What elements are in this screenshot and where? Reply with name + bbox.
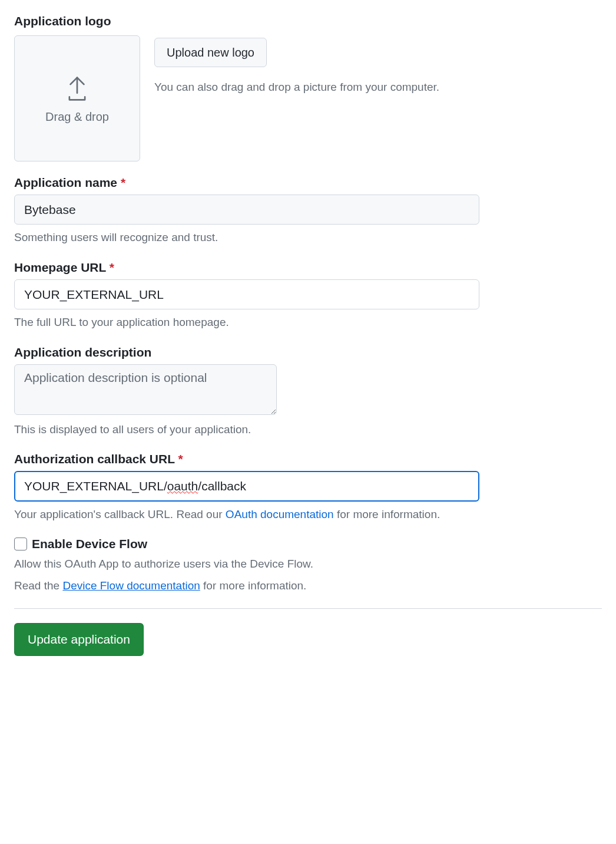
logo-help-text: You can also drag and drop a picture fro… [154, 79, 439, 96]
device-flow-checkbox-row: Enable Device Flow [14, 537, 602, 551]
application-name-input[interactable] [14, 194, 479, 225]
application-description-label: Application description [14, 345, 602, 360]
homepage-url-group: Homepage URL * The full URL to your appl… [14, 261, 602, 331]
upload-icon [65, 74, 89, 101]
application-name-group: Application name * Something users will … [14, 176, 602, 246]
application-logo-section: Application logo Drag & drop Upload new … [14, 14, 602, 161]
drop-zone-text: Drag & drop [45, 110, 109, 124]
upload-logo-button[interactable]: Upload new logo [154, 38, 267, 67]
callback-help-after: for more information. [334, 508, 441, 520]
homepage-url-help: The full URL to your application homepag… [14, 314, 602, 331]
application-description-help: This is displayed to all users of your a… [14, 421, 602, 439]
application-logo-label: Application logo [14, 14, 602, 28]
callback-url-group: Authorization callback URL * YOUR_EXTERN… [14, 452, 602, 523]
callback-value-suffix: /callback [198, 479, 246, 493]
divider [14, 608, 602, 609]
application-description-group: Application description This is displaye… [14, 345, 602, 439]
callback-url-label: Authorization callback URL * [14, 452, 602, 466]
device-flow-help2-before: Read the [14, 579, 62, 592]
oauth-documentation-link[interactable]: OAuth documentation [226, 508, 334, 520]
required-asterisk: * [121, 176, 125, 189]
callback-url-label-text: Authorization callback URL [14, 452, 175, 466]
application-name-label: Application name * [14, 176, 602, 190]
homepage-url-label: Homepage URL * [14, 261, 602, 275]
device-flow-help2: Read the Device Flow documentation for m… [14, 578, 602, 595]
device-flow-help2-after: for more information. [200, 579, 307, 592]
callback-value-oauth: oauth [167, 479, 198, 493]
device-flow-checkbox[interactable] [14, 538, 27, 550]
application-name-help: Something users will recognize and trust… [14, 229, 602, 246]
callback-value-prefix: YOUR_EXTERNAL_URL/ [24, 479, 167, 493]
device-flow-help: Allow this OAuth App to authorize users … [14, 556, 602, 573]
device-flow-group: Enable Device Flow Allow this OAuth App … [14, 537, 602, 594]
callback-url-input[interactable]: YOUR_EXTERNAL_URL/oauth/callback [14, 471, 479, 501]
application-name-label-text: Application name [14, 176, 117, 189]
callback-help-before: Your application's callback URL. Read ou… [14, 508, 226, 520]
update-application-button[interactable]: Update application [14, 623, 144, 655]
callback-url-help: Your application's callback URL. Read ou… [14, 506, 602, 523]
required-asterisk: * [110, 261, 114, 274]
logo-row: Drag & drop Upload new logo You can also… [14, 35, 602, 161]
homepage-url-input[interactable] [14, 279, 479, 309]
required-asterisk: * [178, 452, 183, 466]
logo-drop-zone[interactable]: Drag & drop [14, 35, 140, 161]
application-description-input[interactable] [14, 364, 277, 415]
logo-upload-column: Upload new logo You can also drag and dr… [154, 35, 439, 96]
device-flow-label: Enable Device Flow [32, 537, 147, 551]
homepage-url-label-text: Homepage URL [14, 261, 106, 274]
device-flow-documentation-link[interactable]: Device Flow documentation [62, 579, 200, 592]
